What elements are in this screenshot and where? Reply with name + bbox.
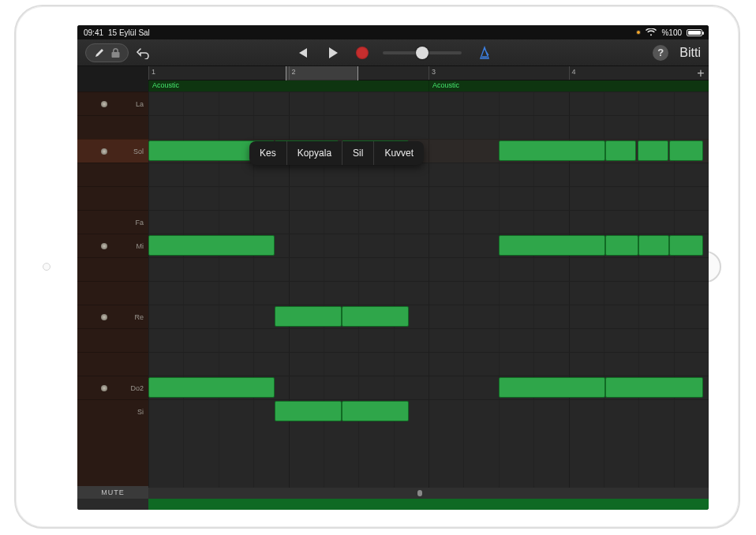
- track-header-row[interactable]: Re: [77, 305, 148, 328]
- track-header-row[interactable]: [77, 328, 148, 352]
- track-header-row[interactable]: [77, 352, 148, 376]
- mute-button[interactable]: MUTE: [77, 486, 148, 499]
- midi-note[interactable]: [669, 140, 703, 161]
- ruler-bar: 3: [429, 66, 569, 80]
- undo-button[interactable]: [135, 44, 152, 62]
- transport-controls: [293, 44, 493, 62]
- master-volume-slider[interactable]: [383, 51, 462, 54]
- cycle-range[interactable]: [286, 66, 358, 80]
- play-button[interactable]: [324, 44, 342, 62]
- midi-note[interactable]: [605, 140, 636, 161]
- context-menu-item-cut[interactable]: Kes: [249, 141, 287, 165]
- midi-note[interactable]: [499, 377, 605, 398]
- region-strip[interactable]: Acoustic Acoustic: [148, 80, 709, 92]
- midi-note[interactable]: [148, 377, 275, 398]
- pencil-icon: [94, 47, 105, 58]
- horizontal-scrollbar[interactable]: [148, 488, 709, 499]
- track-header-row[interactable]: [77, 186, 148, 210]
- midi-note[interactable]: [605, 377, 703, 398]
- track-header-row[interactable]: Do2: [77, 376, 148, 399]
- context-menu-item-copy[interactable]: Kopyala: [287, 141, 342, 165]
- midi-note[interactable]: [275, 306, 342, 327]
- ipad-camera: [43, 263, 51, 271]
- ipad-frame: 09:41 15 Eylül Sal %100: [14, 5, 740, 529]
- ruler-bar: 4: [569, 66, 709, 80]
- midi-note[interactable]: [499, 235, 605, 256]
- track-header-row[interactable]: Sol: [77, 139, 148, 163]
- midi-note[interactable]: [638, 235, 669, 256]
- slider-thumb[interactable]: [416, 47, 429, 59]
- midi-note[interactable]: [638, 140, 668, 161]
- track-header-row[interactable]: Mi: [77, 234, 148, 257]
- play-icon: [327, 47, 339, 59]
- scrollbar-thumb[interactable]: [417, 490, 422, 496]
- bar-number: 1: [152, 68, 155, 76]
- skip-back-icon: [295, 47, 308, 58]
- record-button[interactable]: [356, 47, 369, 59]
- metronome-button[interactable]: [476, 44, 493, 62]
- midi-note[interactable]: [669, 235, 703, 256]
- overview-strip[interactable]: [148, 499, 709, 510]
- add-section-button[interactable]: +: [694, 66, 707, 80]
- track-header-row[interactable]: [77, 115, 148, 139]
- piano-roll-editor: 1 2 3 4 + Acoustic Acoustic LaSolFaMiReD…: [77, 66, 709, 510]
- midi-note[interactable]: [499, 140, 605, 161]
- context-menu-item-velocity[interactable]: Kuvvet: [374, 141, 424, 165]
- toolbar: ? Bitti: [77, 39, 709, 66]
- track-header-row[interactable]: [77, 163, 148, 186]
- bar-number: 3: [432, 68, 436, 76]
- context-menu-item-delete[interactable]: Sil: [342, 141, 374, 165]
- status-bar: 09:41 15 Eylül Sal %100: [77, 25, 709, 39]
- note-grid[interactable]: [148, 92, 709, 488]
- timeline-ruler[interactable]: 1 2 3 4 +: [148, 66, 709, 80]
- track-header-row[interactable]: Fa: [77, 210, 148, 234]
- battery-icon: [687, 29, 702, 36]
- ruler-bar: 1: [148, 66, 289, 80]
- region-label[interactable]: Acoustic: [429, 80, 709, 92]
- track-header-footer: [77, 499, 148, 510]
- track-header-row[interactable]: Si: [77, 399, 148, 423]
- battery-percent: %100: [661, 28, 682, 37]
- metronome-icon: [477, 46, 492, 60]
- bar-number: 4: [572, 68, 576, 76]
- wifi-icon: [646, 28, 657, 36]
- question-mark-icon: ?: [657, 47, 664, 58]
- help-button[interactable]: ?: [653, 45, 668, 61]
- midi-note[interactable]: [275, 401, 342, 421]
- app-screen: 09:41 15 Eylül Sal %100: [77, 25, 709, 510]
- done-button[interactable]: Bitti: [679, 46, 701, 60]
- track-header-row[interactable]: [77, 257, 148, 281]
- midi-note[interactable]: [605, 235, 639, 256]
- track-header-row[interactable]: [77, 281, 148, 305]
- region-label[interactable]: Acoustic: [148, 80, 429, 92]
- midi-note[interactable]: [148, 235, 275, 256]
- status-date: 15 Eylül Sal: [108, 28, 150, 37]
- track-headers: LaSolFaMiReDo2Si: [77, 92, 148, 488]
- lock-icon: [111, 47, 120, 58]
- rewind-button[interactable]: [293, 44, 310, 62]
- midi-note[interactable]: [342, 306, 409, 327]
- undo-icon: [136, 47, 152, 59]
- edit-mode-toggle[interactable]: [85, 43, 129, 62]
- track-header-row[interactable]: La: [77, 92, 148, 115]
- status-time: 09:41: [84, 28, 103, 37]
- location-indicator-icon: [636, 30, 641, 35]
- midi-note[interactable]: [342, 401, 409, 421]
- context-menu: Kes Kopyala Sil Kuvvet: [249, 141, 424, 165]
